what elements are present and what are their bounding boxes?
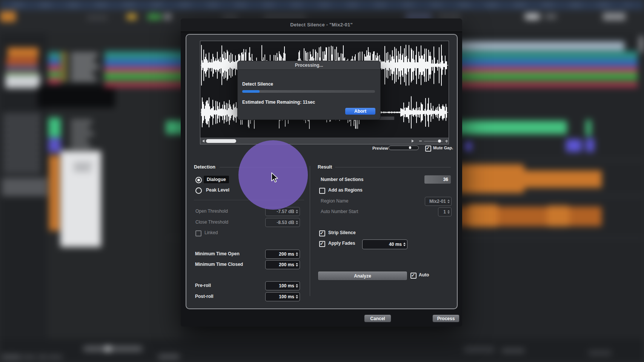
mute-gap-checkbox[interactable]	[425, 146, 431, 152]
apply-fades-checkbox[interactable]	[319, 241, 325, 247]
min-time-closed-field[interactable]: 200 ms	[265, 260, 300, 269]
stepper-arrows-icon[interactable]	[296, 221, 300, 225]
scroll-right-arrow-icon[interactable]	[412, 140, 414, 143]
auto-checkbox[interactable]	[410, 273, 417, 279]
open-threshold-label: Open Threshold	[195, 209, 228, 214]
stepper-arrows-icon[interactable]	[296, 295, 300, 299]
stepper-arrows-icon[interactable]	[447, 210, 451, 214]
mouse-cursor-icon	[270, 172, 279, 183]
scroll-left-arrow-icon[interactable]	[202, 140, 204, 143]
add-as-regions-label[interactable]: Add as Regions	[328, 187, 363, 193]
pre-roll-field[interactable]: 100 ms	[265, 281, 300, 290]
post-roll-label: Post-roll	[195, 294, 214, 299]
preview-slider[interactable]	[389, 146, 419, 150]
dialogue-radio-label[interactable]: Dialogue	[204, 176, 229, 183]
waveform-scrollbar[interactable]	[200, 138, 449, 144]
window-titlebar: Detect Silence - "Mix2-01"	[181, 18, 462, 32]
processing-titlebar: Processing...	[238, 61, 380, 70]
close-threshold-label: Close Threshold	[195, 219, 228, 225]
stepper-arrows-icon[interactable]	[296, 263, 300, 267]
number-of-sections-value: 36	[424, 175, 451, 184]
column-divider	[310, 166, 310, 296]
stepper-arrows-icon[interactable]	[296, 284, 300, 288]
min-time-open-field[interactable]: 200 ms	[265, 250, 300, 259]
apply-fades-duration-field[interactable]: 40 ms	[362, 239, 407, 249]
number-of-sections-label: Number of Sections	[321, 177, 363, 182]
close-threshold-field[interactable]: -8.53 dB	[265, 218, 300, 227]
processing-task-label: Detect Silence	[242, 81, 273, 87]
process-button[interactable]: Process	[432, 314, 460, 322]
detection-header: Detection	[194, 164, 215, 170]
preview-label: Preview	[372, 146, 388, 150]
preview-slider-handle[interactable]	[409, 146, 412, 149]
zoom-out-icon[interactable]	[419, 141, 422, 141]
progress-bar	[242, 90, 375, 93]
progress-bar-fill	[242, 90, 260, 93]
region-name-field[interactable]: Mix2-01	[425, 197, 452, 206]
peak-level-radio-label[interactable]: Peak Level	[206, 187, 229, 193]
strip-silence-label[interactable]: Strip Silence	[328, 230, 356, 235]
stepper-arrows-icon[interactable]	[296, 252, 300, 256]
linked-checkbox[interactable]	[195, 230, 201, 236]
cancel-button[interactable]: Cancel	[364, 314, 391, 322]
post-roll-field[interactable]: 100 ms	[265, 292, 300, 301]
mute-gap-label: Mute Gap.	[433, 146, 453, 150]
min-time-open-label: Minimum Time Open	[195, 251, 240, 256]
zoom-slider-handle[interactable]	[438, 140, 441, 143]
linked-label[interactable]: Linked	[204, 230, 218, 235]
region-name-label: Region Name	[321, 198, 348, 204]
auto-number-start-label: Auto Number Start	[321, 209, 358, 214]
auto-label[interactable]: Auto	[419, 272, 429, 278]
analyze-button[interactable]: Analyze	[318, 271, 407, 281]
add-as-regions-checkbox[interactable]	[319, 188, 325, 194]
result-header: Result	[318, 164, 332, 170]
peak-level-radio[interactable]	[195, 187, 202, 194]
screen: { "window": { "title": "Detect Silence -…	[0, 0, 644, 362]
pre-roll-label: Pre-roll	[195, 283, 211, 288]
processing-title: Processing...	[238, 63, 380, 68]
strip-silence-checkbox[interactable]	[319, 230, 325, 236]
dialogue-radio[interactable]	[195, 177, 202, 183]
stepper-arrows-icon[interactable]	[447, 199, 451, 204]
apply-fades-label[interactable]: Apply Fades	[328, 241, 355, 246]
stepper-arrows-icon[interactable]	[296, 210, 300, 214]
abort-button[interactable]: Abort	[345, 108, 375, 115]
processing-dialog: Processing... Detect Silence Estimated T…	[237, 61, 381, 120]
eta-text: Estimated Time Remaining: 11sec	[242, 100, 315, 105]
auto-number-start-field[interactable]: 1	[438, 207, 452, 216]
window-title: Detect Silence - "Mix2-01"	[181, 22, 462, 28]
scrollbar-thumb[interactable]	[206, 139, 236, 143]
stepper-arrows-icon[interactable]	[403, 242, 407, 247]
min-time-closed-label: Minimum Time Closed	[195, 262, 243, 267]
